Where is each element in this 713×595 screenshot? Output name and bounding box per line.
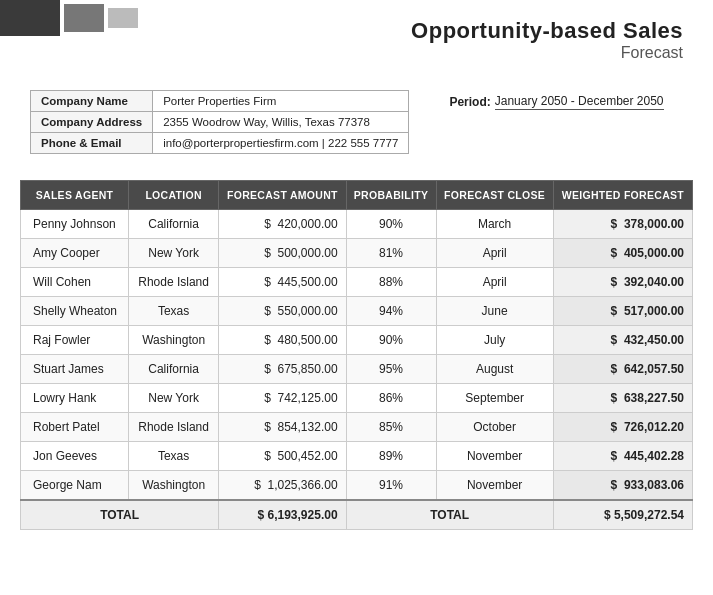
total-label: TOTAL (21, 500, 219, 530)
weighted-cell: $ 432,450.00 (553, 326, 692, 355)
location-cell: Texas (129, 442, 219, 471)
amount-cell: $ 420,000.00 (219, 210, 346, 239)
amount-cell: $ 675,850.00 (219, 355, 346, 384)
weighted-cell: $ 445,402.28 (553, 442, 692, 471)
table-row: Will Cohen Rhode Island $ 445,500.00 88%… (21, 268, 693, 297)
table-row: Stuart James California $ 675,850.00 95%… (21, 355, 693, 384)
col-header: FORECAST CLOSE (436, 181, 553, 210)
agent-cell: Will Cohen (21, 268, 129, 297)
company-field-value: info@porterpropertiesfirm.com | 222 555 … (153, 133, 409, 154)
forecast-table: SALES AGENTLOCATIONFORECAST AMOUNTPROBAB… (20, 180, 693, 530)
amount-cell: $ 854,132.00 (219, 413, 346, 442)
title-sub: Forecast (411, 44, 683, 62)
amount-cell: $ 445,500.00 (219, 268, 346, 297)
agent-cell: Jon Geeves (21, 442, 129, 471)
bar-dark (0, 0, 60, 36)
company-field-label: Phone & Email (31, 133, 153, 154)
company-row: Company Address2355 Woodrow Way, Willis,… (31, 112, 409, 133)
weighted-cell: $ 392,040.00 (553, 268, 692, 297)
probability-cell: 95% (346, 355, 436, 384)
weighted-cell: $ 726,012.20 (553, 413, 692, 442)
header: Opportunity-based Sales Forecast (0, 0, 713, 72)
col-header: FORECAST AMOUNT (219, 181, 346, 210)
period-label: Period: (449, 95, 490, 109)
bar-light (108, 8, 138, 28)
agent-cell: George Nam (21, 471, 129, 501)
close-cell: June (436, 297, 553, 326)
col-header: LOCATION (129, 181, 219, 210)
total-row: TOTAL $ 6,193,925.00 TOTAL $ 5,509,272.5… (21, 500, 693, 530)
probability-cell: 86% (346, 384, 436, 413)
location-cell: Rhode Island (129, 268, 219, 297)
table-row: Lowry Hank New York $ 742,125.00 86% Sep… (21, 384, 693, 413)
title-block: Opportunity-based Sales Forecast (411, 18, 683, 62)
col-header: WEIGHTED FORECAST (553, 181, 692, 210)
location-cell: Texas (129, 297, 219, 326)
company-field-value: Porter Properties Firm (153, 91, 409, 112)
location-cell: Washington (129, 326, 219, 355)
amount-cell: $ 550,000.00 (219, 297, 346, 326)
agent-cell: Stuart James (21, 355, 129, 384)
weighted-cell: $ 638,227.50 (553, 384, 692, 413)
agent-cell: Raj Fowler (21, 326, 129, 355)
total-amount: $ 6,193,925.00 (219, 500, 346, 530)
close-cell: November (436, 442, 553, 471)
table-row: Robert Patel Rhode Island $ 854,132.00 8… (21, 413, 693, 442)
agent-cell: Amy Cooper (21, 239, 129, 268)
company-field-label: Company Name (31, 91, 153, 112)
probability-cell: 89% (346, 442, 436, 471)
col-header: SALES AGENT (21, 181, 129, 210)
probability-cell: 85% (346, 413, 436, 442)
weighted-cell: $ 933,083.06 (553, 471, 692, 501)
bar-medium (64, 4, 104, 32)
company-row: Phone & Emailinfo@porterpropertiesfirm.c… (31, 133, 409, 154)
title-main: Opportunity-based Sales (411, 18, 683, 44)
total-wf: $ 5,509,272.54 (553, 500, 692, 530)
agent-cell: Shelly Wheaton (21, 297, 129, 326)
period-block: Period: January 2050 - December 2050 (449, 90, 663, 110)
probability-cell: 91% (346, 471, 436, 501)
close-cell: August (436, 355, 553, 384)
amount-cell: $ 1,025,366.00 (219, 471, 346, 501)
amount-cell: $ 500,452.00 (219, 442, 346, 471)
table-row: Penny Johnson California $ 420,000.00 90… (21, 210, 693, 239)
close-cell: October (436, 413, 553, 442)
company-table: Company NamePorter Properties FirmCompan… (30, 90, 409, 154)
period-value: January 2050 - December 2050 (495, 94, 664, 110)
company-field-value: 2355 Woodrow Way, Willis, Texas 77378 (153, 112, 409, 133)
close-cell: March (436, 210, 553, 239)
amount-cell: $ 480,500.00 (219, 326, 346, 355)
table-row: Amy Cooper New York $ 500,000.00 81% Apr… (21, 239, 693, 268)
table-row: Jon Geeves Texas $ 500,452.00 89% Novemb… (21, 442, 693, 471)
amount-cell: $ 742,125.00 (219, 384, 346, 413)
company-row: Company NamePorter Properties Firm (31, 91, 409, 112)
table-row: Raj Fowler Washington $ 480,500.00 90% J… (21, 326, 693, 355)
close-cell: September (436, 384, 553, 413)
location-cell: New York (129, 239, 219, 268)
probability-cell: 90% (346, 326, 436, 355)
location-cell: New York (129, 384, 219, 413)
table-row: George Nam Washington $ 1,025,366.00 91%… (21, 471, 693, 501)
location-cell: California (129, 210, 219, 239)
location-cell: California (129, 355, 219, 384)
location-cell: Rhode Island (129, 413, 219, 442)
weighted-cell: $ 405,000.00 (553, 239, 692, 268)
table-row: Shelly Wheaton Texas $ 550,000.00 94% Ju… (21, 297, 693, 326)
agent-cell: Robert Patel (21, 413, 129, 442)
close-cell: July (436, 326, 553, 355)
header-graphic (0, 0, 138, 36)
agent-cell: Penny Johnson (21, 210, 129, 239)
col-header: PROBABILITY (346, 181, 436, 210)
amount-cell: $ 500,000.00 (219, 239, 346, 268)
close-cell: November (436, 471, 553, 501)
weighted-cell: $ 642,057.50 (553, 355, 692, 384)
probability-cell: 88% (346, 268, 436, 297)
probability-cell: 94% (346, 297, 436, 326)
agent-cell: Lowry Hank (21, 384, 129, 413)
close-cell: April (436, 239, 553, 268)
total-middle-label: TOTAL (346, 500, 553, 530)
location-cell: Washington (129, 471, 219, 501)
close-cell: April (436, 268, 553, 297)
company-field-label: Company Address (31, 112, 153, 133)
company-section: Company NamePorter Properties FirmCompan… (0, 72, 713, 162)
